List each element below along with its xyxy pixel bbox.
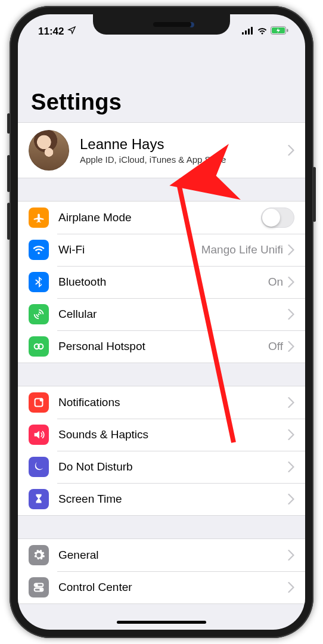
chevron-right-icon (288, 309, 294, 320)
hotspot-label: Personal Hotspot (58, 340, 268, 353)
bluetooth-icon (29, 272, 49, 292)
cellular-label: Cellular (58, 308, 288, 321)
screen: 11:42 Settings (18, 14, 305, 630)
gear-icon (29, 545, 49, 565)
hotspot-detail: Off (268, 340, 283, 353)
bluetooth-label: Bluetooth (58, 275, 268, 289)
svg-rect-3 (251, 27, 253, 35)
chevron-right-icon (288, 582, 294, 593)
airplane-icon (29, 208, 49, 228)
connectivity-group: Airplane Mode Wi-Fi Mango Life Unifi Blu… (18, 201, 305, 363)
group-spacer (18, 178, 305, 201)
page-title: Settings (18, 43, 305, 122)
dnd-label: Do Not Disturb (58, 460, 288, 473)
airplane-mode-toggle[interactable] (261, 208, 294, 228)
airplane-mode-row[interactable]: Airplane Mode (18, 202, 305, 234)
bluetooth-row[interactable]: Bluetooth On (18, 266, 305, 298)
apple-id-row[interactable]: Leanne Hays Apple ID, iCloud, iTunes & A… (18, 123, 305, 178)
phone-frame: 11:42 Settings (10, 6, 313, 638)
wifi-row[interactable]: Wi-Fi Mango Life Unifi (18, 234, 305, 266)
moon-icon (29, 457, 49, 477)
svg-point-7 (38, 314, 40, 315)
wifi-label: Wi-Fi (58, 243, 201, 256)
cellular-signal-icon (242, 26, 254, 38)
group-spacer (18, 363, 305, 386)
status-time: 11:42 (38, 26, 64, 38)
screentime-row[interactable]: Screen Time (18, 483, 305, 515)
alerts-group: Notifications Sounds & Haptics Do Not Di… (18, 386, 305, 516)
home-indicator[interactable] (117, 621, 206, 624)
svg-point-13 (36, 584, 38, 586)
battery-icon (271, 26, 288, 38)
svg-rect-1 (245, 30, 247, 35)
avatar (29, 130, 69, 171)
chevron-right-icon (288, 341, 294, 352)
location-icon (67, 26, 76, 38)
cellular-row[interactable]: Cellular (18, 298, 305, 330)
general-label: General (58, 549, 288, 562)
svg-rect-0 (242, 32, 244, 35)
hourglass-icon (29, 489, 49, 509)
airplane-mode-label: Airplane Mode (58, 211, 261, 224)
svg-rect-6 (287, 29, 288, 32)
chevron-right-icon (288, 550, 294, 561)
wifi-icon (29, 240, 49, 260)
chevron-right-icon (288, 277, 294, 287)
svg-point-11 (40, 398, 44, 401)
controlcenter-row[interactable]: Control Center (18, 571, 305, 603)
sounds-icon (29, 425, 49, 445)
svg-rect-2 (248, 29, 250, 35)
sounds-label: Sounds & Haptics (58, 428, 288, 441)
cellular-icon (29, 304, 49, 324)
volume-down-button (7, 203, 10, 240)
profile-name: Leanne Hays (80, 136, 288, 153)
wifi-status-icon (257, 26, 268, 38)
system-group: General Control Center (18, 538, 305, 604)
bluetooth-detail: On (268, 275, 283, 289)
sounds-row[interactable]: Sounds & Haptics (18, 419, 305, 451)
notifications-label: Notifications (58, 396, 288, 409)
screentime-label: Screen Time (58, 493, 288, 506)
volume-up-button (7, 155, 10, 192)
power-button (313, 167, 316, 222)
chevron-right-icon (288, 494, 294, 504)
controlcenter-label: Control Center (58, 581, 288, 594)
dnd-row[interactable]: Do Not Disturb (18, 451, 305, 483)
hotspot-row[interactable]: Personal Hotspot Off (18, 330, 305, 363)
general-row[interactable]: General (18, 539, 305, 571)
chevron-right-icon (288, 397, 294, 408)
notifications-row[interactable]: Notifications (18, 386, 305, 419)
svg-point-15 (40, 589, 42, 590)
chevron-right-icon (288, 429, 294, 440)
chevron-right-icon (288, 145, 294, 156)
wifi-detail: Mango Life Unifi (201, 243, 283, 256)
profile-group: Leanne Hays Apple ID, iCloud, iTunes & A… (18, 122, 305, 178)
mute-switch (7, 113, 10, 134)
chevron-right-icon (288, 462, 294, 472)
profile-subtitle: Apple ID, iCloud, iTunes & App Store (80, 154, 288, 165)
chevron-right-icon (288, 244, 294, 255)
notifications-icon (29, 392, 49, 413)
toggles-icon (29, 577, 49, 597)
notch (93, 14, 230, 35)
group-spacer (18, 516, 305, 538)
hotspot-icon (29, 336, 49, 357)
